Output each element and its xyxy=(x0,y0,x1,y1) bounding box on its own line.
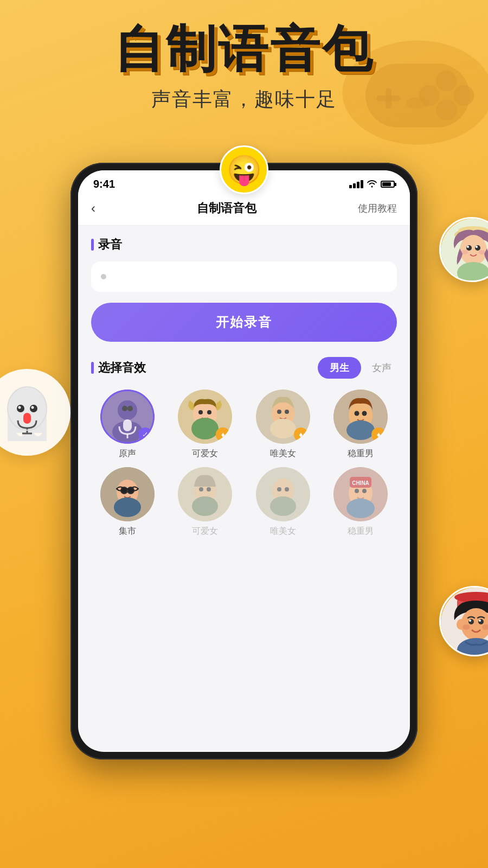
avatar-circle-yuansheng: ✓ xyxy=(100,390,155,444)
svg-point-10 xyxy=(118,400,137,420)
avatar-circle-cute-girl-2 xyxy=(178,467,232,521)
gender-tabs: 男生 女声 xyxy=(318,357,397,379)
svg-point-74 xyxy=(476,246,478,248)
svg-point-89 xyxy=(463,624,470,630)
effects-label-text: 选择音效 xyxy=(98,360,146,376)
signal-bars xyxy=(349,180,363,188)
effects-section-label: 选择音效 xyxy=(91,360,146,376)
svg-point-60 xyxy=(18,406,21,409)
svg-point-59 xyxy=(30,405,37,412)
app-content: 录音 开始录音 选择音效 男生 女声 xyxy=(78,226,410,548)
coin-badge-2: ♦ xyxy=(294,427,308,442)
svg-point-29 xyxy=(362,411,367,416)
avatar-item-cute-girl-1[interactable]: ♦ 可爱女 xyxy=(169,390,242,459)
svg-point-72 xyxy=(475,245,480,251)
signal-bar-4 xyxy=(361,180,363,188)
svg-point-85 xyxy=(468,619,474,624)
svg-point-19 xyxy=(207,410,211,414)
avatar-circle-beautiful-girl-2 xyxy=(256,467,310,521)
avatar-name-jishi: 集市 xyxy=(119,526,136,537)
record-section-label: 录音 xyxy=(91,237,397,253)
coin-badge-1: ♦ xyxy=(216,427,230,442)
avatar-item-jishi[interactable]: 集市 xyxy=(91,467,164,537)
avatar-item-beautiful-girl-1[interactable]: ♦ 唯美女 xyxy=(247,390,319,459)
main-title: 自制语音包 xyxy=(0,22,488,76)
svg-text:CHINA: CHINA xyxy=(352,480,369,486)
avatar-name-steady-man-2: 稳重男 xyxy=(348,526,374,537)
selected-check: ✓ xyxy=(138,427,152,442)
avatar-grid-row1: ✓ 原声 xyxy=(91,390,397,459)
avatar-circle-cute-girl-1: ♦ xyxy=(178,390,232,444)
svg-point-87 xyxy=(469,620,471,622)
waveform-indicator xyxy=(101,274,106,279)
effects-section: 选择音效 男生 女声 xyxy=(91,357,397,379)
battery-icon xyxy=(381,181,395,188)
svg-point-55 xyxy=(346,499,375,518)
avatar-circle-steady-man-1: ♦ xyxy=(333,390,388,444)
signal-bar-1 xyxy=(349,185,352,188)
svg-point-23 xyxy=(277,410,281,414)
back-button[interactable]: ‹ xyxy=(91,201,95,216)
svg-point-24 xyxy=(285,410,289,414)
record-label-text: 录音 xyxy=(98,237,122,253)
female-tab[interactable]: 女声 xyxy=(367,357,397,379)
svg-point-20 xyxy=(191,418,219,439)
svg-point-13 xyxy=(127,406,133,411)
avatar-circle-beautiful-girl-1: ♦ xyxy=(256,390,310,444)
emoji-icon: 😜 xyxy=(227,154,262,187)
svg-rect-62 xyxy=(23,413,31,424)
avatar-circle-steady-man-2: CHINA xyxy=(333,467,388,521)
title-section: 自制语音包 声音丰富，趣味十足 xyxy=(0,22,488,113)
phone-mockup: 9:41 xyxy=(70,163,418,760)
tutorial-button[interactable]: 使用教程 xyxy=(358,202,397,215)
svg-point-46 xyxy=(277,487,281,492)
signal-bar-3 xyxy=(357,182,359,188)
svg-point-61 xyxy=(31,406,34,409)
svg-point-38 xyxy=(114,497,141,517)
avatar-item-steady-man-1[interactable]: ♦ 稳重男 xyxy=(325,390,397,459)
avatar-name-beautiful-girl-2: 唯美女 xyxy=(270,526,296,537)
section-bar xyxy=(91,239,94,251)
svg-rect-14 xyxy=(123,419,132,431)
phone-screen: 9:41 xyxy=(78,170,410,752)
avatar-grid-row2: 集市 xyxy=(91,467,397,537)
svg-point-58 xyxy=(17,405,24,412)
avatar-name-cute-girl-2: 可爱女 xyxy=(192,526,218,537)
status-time: 9:41 xyxy=(93,178,115,190)
emoji-mascot: 😜 xyxy=(220,145,268,194)
svg-point-86 xyxy=(478,619,484,624)
svg-point-48 xyxy=(270,496,296,516)
status-icons xyxy=(349,179,395,190)
svg-point-41 xyxy=(199,487,203,492)
avatar-item-beautiful-girl-2[interactable]: 唯美女 xyxy=(247,467,319,537)
sub-title: 声音丰富，趣味十足 xyxy=(0,86,488,113)
avatar-item-yuansheng[interactable]: ✓ 原声 xyxy=(91,390,164,459)
avatar-name-beautiful-girl-1: 唯美女 xyxy=(270,448,296,459)
avatar-item-cute-girl-2[interactable]: 可爱女 xyxy=(169,467,242,537)
svg-point-11 xyxy=(112,421,143,443)
male-tab[interactable]: 男生 xyxy=(318,357,361,379)
svg-point-25 xyxy=(270,419,296,438)
svg-point-47 xyxy=(285,487,289,492)
svg-point-88 xyxy=(479,620,481,622)
svg-point-28 xyxy=(355,411,359,416)
avatar-name-steady-man-1: 稳重男 xyxy=(348,448,374,459)
signal-bar-2 xyxy=(353,183,356,188)
avatar-name-yuansheng: 原声 xyxy=(119,448,136,459)
svg-point-54 xyxy=(362,489,367,493)
coin-badge-3: ♦ xyxy=(371,427,386,442)
svg-point-18 xyxy=(198,410,203,414)
svg-point-70 xyxy=(460,235,487,265)
svg-point-73 xyxy=(467,246,469,248)
ghost-icon xyxy=(0,382,57,442)
phone-frame: 9:41 xyxy=(70,163,418,760)
app-header: ‹ 自制语音包 使用教程 xyxy=(78,195,410,226)
svg-point-53 xyxy=(355,489,359,493)
svg-point-43 xyxy=(192,496,218,516)
header-title: 自制语音包 xyxy=(197,200,256,216)
avatar-item-steady-man-2[interactable]: CHINA 稳重男 xyxy=(325,467,397,537)
wifi-icon xyxy=(367,179,377,190)
svg-point-9 xyxy=(100,390,155,444)
start-record-button[interactable]: 开始录音 xyxy=(91,303,397,342)
svg-point-42 xyxy=(207,487,211,492)
